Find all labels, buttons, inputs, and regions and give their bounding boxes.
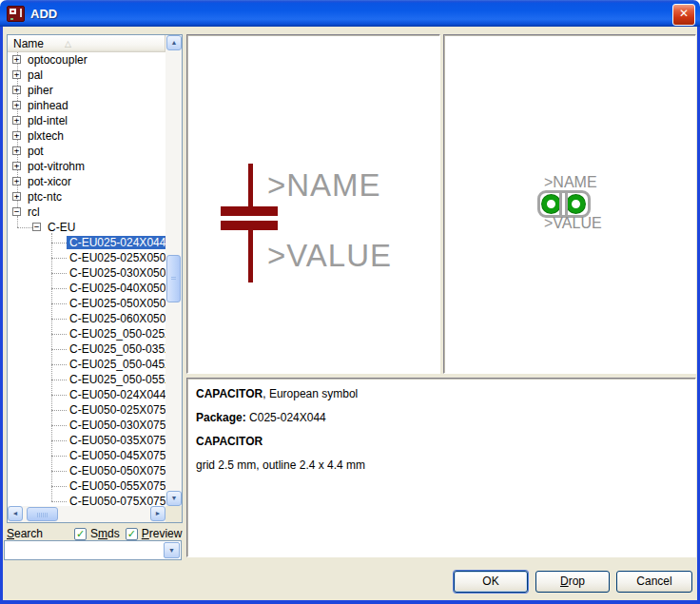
tree-item-label: pot [25,145,47,158]
scroll-left-icon[interactable]: ◄ [8,506,23,521]
expand-icon[interactable]: + [12,70,21,79]
symbol-preview-pane: >NAME >VALUE [186,34,440,374]
symbol-value-placeholder: >VALUE [267,238,392,274]
tree-item[interactable]: C-EU050-050X075 [8,463,165,478]
tree-item[interactable]: C-EU025-030X050 [8,265,165,281]
tree-item-label: piher [25,84,56,97]
tree-item-label: pot-vitrohm [25,160,88,173]
expand-icon[interactable]: + [12,116,21,125]
description-pane: CAPACITOR, European symbol Package: C025… [186,378,696,557]
tree-item[interactable]: C-EU025-060X050 [8,311,165,326]
tree-item-label: C-EU025_050-035X0 [67,342,165,356]
column-header-label: Name [13,37,44,50]
app-icon [7,6,25,22]
tree-item-label: C-EU050-075X075 [67,495,165,506]
tree-item[interactable]: C-EU050-030X075 [8,418,165,433]
expand-icon[interactable]: + [12,101,21,109]
tree-item-label: C-EU050-025X075 [67,403,165,417]
tree-item[interactable]: +piher [8,83,165,98]
capacitor-plate-top [221,206,278,216]
tree-item-label: C-EU025-060X050 [67,312,165,325]
tree-item-label: C-EU050-030X075 [67,419,165,432]
tree-item[interactable]: C-EU050-045X075 [8,448,165,463]
tree-item[interactable]: C-EU050-024X044 [8,387,165,402]
tree-item[interactable]: C-EU025_050-045X0 [8,357,165,372]
tree-item[interactable]: −rcl [8,205,165,220]
tree-item-label: C-EU [45,221,78,234]
search-combobox[interactable]: ▼ [4,540,182,560]
tree-item[interactable]: +pot [8,144,165,159]
tree-item[interactable]: C-EU025_050-055X0 [8,372,165,387]
symbol-name-placeholder: >NAME [267,167,381,204]
expand-icon[interactable]: + [12,162,21,170]
tree-item[interactable]: +ptc-ntc [8,189,165,205]
tree-item[interactable]: C-EU050-075X075 [8,494,165,506]
tree-item[interactable]: C-EU025-050X050 [8,296,165,311]
combo-dropdown-icon[interactable]: ▼ [164,542,180,558]
scroll-up-icon[interactable]: ▲ [166,35,182,50]
tree-item-label: C-EU025_050-055X0 [67,373,165,386]
tree-item-label: C-EU025-024X044 [67,236,165,249]
tree-column-header[interactable]: Name △ [8,35,165,52]
expand-icon[interactable]: + [12,55,21,64]
tree-item[interactable]: C-EU025-040X050 [8,281,165,296]
collapse-icon[interactable]: − [12,207,21,216]
tree-item-label: C-EU025_050-045X0 [67,358,165,371]
expand-icon[interactable]: + [12,146,21,155]
close-button[interactable]: ✕ [672,4,695,26]
expand-icon[interactable]: + [12,131,21,140]
tree-item[interactable]: C-EU050-025X075 [8,402,165,418]
scroll-right-icon[interactable]: ► [150,506,165,521]
vertical-scroll-thumb[interactable] [166,255,181,302]
package-name-placeholder: >NAME [544,174,597,191]
tree-item-label: rcl [25,205,43,219]
cancel-button[interactable]: Cancel [616,571,692,593]
tree-item-label: C-EU050-024X044 [67,388,165,401]
expand-icon[interactable]: + [12,192,21,201]
tree-item-label: C-EU025-040X050 [67,282,165,295]
package-plate-bar [559,192,562,216]
drop-button[interactable]: Drop [535,571,610,593]
description-package: Package: C025-024X044 [196,411,326,424]
tree-item[interactable]: +pld-intel [8,113,165,128]
description-title: CAPACITOR, European symbol [196,387,358,400]
scroll-down-icon[interactable]: ▼ [166,491,182,506]
tree-item[interactable]: C-EU025-025X050 [8,250,165,265]
ok-button[interactable]: OK [454,571,528,593]
tree-item[interactable]: +pal [8,68,165,83]
capacitor-lead-bottom [248,230,253,283]
tree-item[interactable]: C-EU025_050-025X0 [8,326,165,341]
tree-item-label: C-EU025-030X050 [67,266,165,280]
title-bar[interactable]: ADD ✕ [0,0,700,27]
tree-item[interactable]: +pot-xicor [8,174,165,189]
tree-item[interactable]: C-EU025_050-035X0 [8,341,165,357]
expand-icon[interactable]: + [12,86,21,94]
tree-item[interactable]: +pinhead [8,98,165,113]
tree-item[interactable]: +optocoupler [8,52,165,68]
vertical-scrollbar[interactable]: ▲ ▼ [165,35,182,506]
tree-item[interactable]: +pot-vitrohm [8,159,165,174]
collapse-icon[interactable]: − [32,223,41,231]
horizontal-scroll-thumb[interactable] [27,507,58,521]
preview-label: Preview [142,527,183,540]
preview-checkbox[interactable]: ✓ [126,528,138,540]
tree-item-label: ptc-ntc [25,190,65,204]
tree-item[interactable]: +plxtech [8,128,165,144]
package-plate-bar [565,192,568,216]
tree-rows: +optocoupler+pal+piher+pinhead+pld-intel… [8,52,165,506]
tree-item[interactable]: C-EU025-024X044 [8,235,165,250]
add-dialog: ADD ✕ Name △ +optocoupler+pal+piher+pinh… [0,0,700,604]
smds-checkbox[interactable]: ✓ [74,528,87,540]
tree-item-label: plxtech [25,129,67,143]
expand-icon[interactable]: + [12,177,21,185]
dialog-body: Name △ +optocoupler+pal+piher+pinhead+pl… [0,27,700,604]
tree-item[interactable]: C-EU050-035X075 [8,433,165,448]
tree-item[interactable]: −C-EU [8,220,165,235]
tree-item[interactable]: C-EU050-055X075 [8,478,165,494]
scrollbar-corner [165,506,182,522]
search-row: Search ✓ Smds ✓ Preview [7,527,183,540]
horizontal-scrollbar[interactable]: ◄ ► [8,506,165,522]
tree-item-label: pal [25,68,46,82]
tree-item-label: pld-intel [25,114,70,127]
window-title: ADD [30,7,57,21]
